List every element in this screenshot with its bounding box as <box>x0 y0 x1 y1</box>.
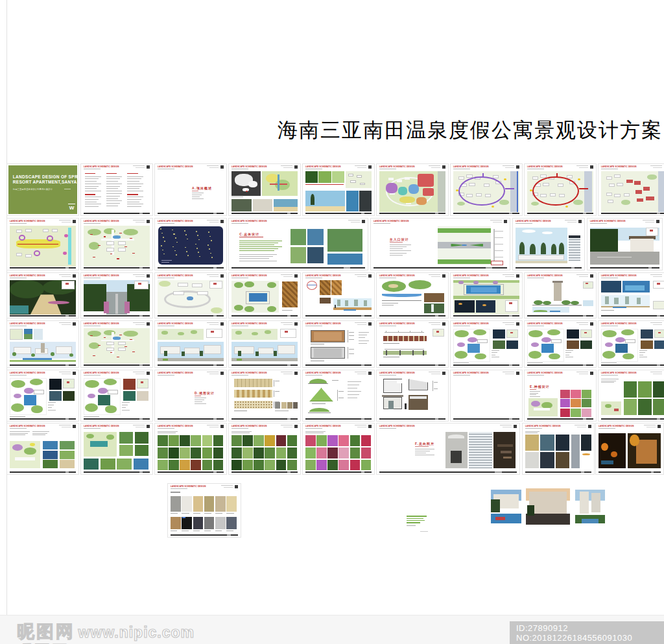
panel <box>525 435 539 451</box>
micro-text-line <box>577 427 586 427</box>
micro-text-line <box>516 223 532 224</box>
slide-header: LANDSCAPE SCHEMATIC DESIGN <box>601 372 664 377</box>
slide-footer-bar <box>84 267 150 268</box>
panel <box>410 331 410 333</box>
slide-footer-bar <box>374 267 507 268</box>
panel <box>127 178 141 179</box>
panel <box>327 254 362 265</box>
panel <box>127 184 143 184</box>
panel <box>235 331 242 335</box>
panel <box>134 281 148 289</box>
slide-content <box>84 328 150 364</box>
panel <box>407 520 425 521</box>
slide-content <box>305 377 372 418</box>
slide-footer-bar <box>305 418 372 420</box>
panel <box>184 348 200 354</box>
micro-text-line <box>158 326 174 326</box>
panel <box>243 460 253 471</box>
panel <box>415 446 429 447</box>
micro-text-line <box>283 167 292 168</box>
panel <box>305 206 345 211</box>
panel <box>309 408 329 412</box>
micro-text-line <box>281 372 292 372</box>
slide-lightingPhotos: LANDSCAPE SCHEMATIC DESIGN <box>522 423 595 475</box>
panel <box>85 204 101 204</box>
panel <box>305 447 316 459</box>
panel <box>614 409 618 411</box>
micro-text-line <box>590 223 607 224</box>
company-logo-icon <box>294 425 298 428</box>
micro-text-line <box>224 487 233 488</box>
company-logo-icon <box>590 372 593 375</box>
slide-header-label: LANDSCAPE SCHEMATIC DESIGN <box>527 274 563 277</box>
panel <box>239 250 274 251</box>
panel <box>211 257 213 258</box>
slide-footer-bar <box>158 418 224 420</box>
panel <box>590 229 618 254</box>
panel <box>215 531 222 531</box>
company-logo-icon <box>442 372 445 375</box>
company-logo-icon <box>504 220 507 223</box>
panel <box>390 250 411 251</box>
panel <box>601 379 619 379</box>
panel <box>123 229 137 235</box>
slide-footer-bar <box>231 471 298 473</box>
panel <box>248 181 257 187</box>
panel <box>208 244 209 246</box>
company-logo-icon <box>235 485 238 488</box>
slide-content <box>305 431 372 471</box>
micro-text-line <box>305 169 322 169</box>
panel <box>424 293 444 302</box>
panel <box>276 447 287 459</box>
panel <box>60 451 75 459</box>
panel <box>49 391 61 401</box>
panel <box>407 522 420 523</box>
slide-header: LANDSCAPE SCHEMATIC DESIGN <box>10 220 76 225</box>
company-logo-icon <box>442 274 445 278</box>
panel <box>206 329 222 338</box>
panel <box>115 294 118 314</box>
panel <box>171 513 178 514</box>
panel <box>195 398 206 398</box>
panel <box>32 431 50 432</box>
panel <box>202 447 213 459</box>
panel <box>390 246 407 247</box>
slide-content <box>231 328 298 364</box>
panel <box>215 517 226 530</box>
panel <box>382 294 421 297</box>
panel <box>455 300 475 313</box>
micro-text-line <box>379 278 396 278</box>
panel <box>586 283 588 284</box>
company-logo-icon <box>516 274 519 278</box>
panel <box>305 433 324 433</box>
slide-header-label: LANDSCAPE SCHEMATIC DESIGN <box>305 165 341 168</box>
slide-header-label: LANDSCAPE SCHEMATIC DESIGN <box>453 274 489 277</box>
micro-text-line <box>505 324 514 325</box>
panel <box>104 236 106 237</box>
panel <box>541 243 546 254</box>
slide-content <box>601 171 664 212</box>
panel <box>509 302 512 304</box>
panel <box>191 435 201 446</box>
micro-text-line <box>133 425 145 425</box>
panel <box>244 306 254 311</box>
panel <box>415 455 434 455</box>
panel <box>383 351 427 355</box>
slide-roads: LANDSCAPE SCHEMATIC DESIGN <box>524 163 597 216</box>
panel <box>12 352 16 356</box>
panel <box>643 187 650 191</box>
panel <box>117 459 132 469</box>
micro-text-line <box>374 223 390 224</box>
company-logo-icon <box>294 322 298 326</box>
slide-footer-bar <box>527 315 593 316</box>
panel <box>127 186 141 187</box>
slide-header: LANDSCAPE SCHEMATIC DESIGN <box>379 322 445 328</box>
panel <box>492 355 495 355</box>
micro-text-line <box>503 427 512 427</box>
panel <box>530 391 540 392</box>
micro-text-line <box>10 278 27 278</box>
panel <box>184 230 185 232</box>
panel <box>495 244 503 244</box>
panel <box>516 261 567 263</box>
micro-text-line <box>231 169 248 169</box>
